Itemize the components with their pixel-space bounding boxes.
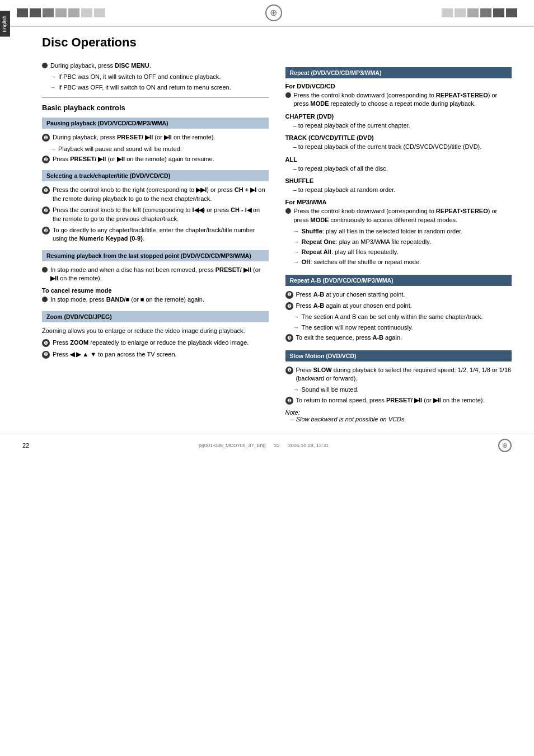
slow-1-arrow: → Sound will be muted. bbox=[293, 386, 512, 394]
shuffle-dash: – to repeat playback at random order. bbox=[293, 186, 512, 194]
bullet-circle-dvd bbox=[285, 92, 291, 98]
deco-block-5 bbox=[68, 8, 79, 17]
cancel-bullet-text: In stop mode, press BAND/■ (or ■ on the … bbox=[50, 295, 204, 304]
repeat-ab-3: ❸ To exit the sequence, press A-B again. bbox=[285, 334, 512, 342]
mp3-arrow4-text: Off: switches off the shuffle or repeat … bbox=[302, 258, 421, 266]
selecting-1: ❶ Press the control knob to the right (c… bbox=[42, 186, 269, 203]
arrow-sym-ab1: → bbox=[293, 313, 299, 321]
bullet-num-sl1: ❶ bbox=[285, 367, 293, 374]
zoom-1-text: Press ZOOM repeatedly to enlarge or redu… bbox=[53, 339, 249, 347]
bullet-num-z2: ❷ bbox=[42, 351, 50, 359]
arrow-sym-sl1: → bbox=[293, 386, 299, 394]
intro-arrow2: → If PBC was OFF, it will switch to ON a… bbox=[50, 83, 269, 92]
page-number: 22 bbox=[22, 442, 29, 449]
intro-arrow1: → If PBC was ON, it will switch to OFF a… bbox=[50, 73, 269, 81]
repeat-ab-2-arrow1-text: The section A and B can be set only with… bbox=[302, 313, 483, 321]
dvd-vcd-cd-subheader: For DVD/VCD/CD bbox=[285, 83, 512, 90]
bullet-num-1: ❶ bbox=[42, 134, 50, 142]
zoom-2-text: Press ◀ ▶ ▲ ▼ to pan across the TV scree… bbox=[53, 350, 177, 359]
deco-block-r2 bbox=[455, 8, 466, 17]
mp3-arrow2-text: Repeat One: play an MP3/WMA file repeate… bbox=[302, 238, 432, 246]
intro-arrow2-text: If PBC was OFF, it will switch to ON and… bbox=[58, 83, 231, 92]
slow-2-text: To return to normal speed, press PRESET/… bbox=[296, 396, 485, 405]
footer-date: 2005.10.28, 13:31 bbox=[288, 443, 329, 448]
arrow-sym-1: → bbox=[50, 73, 56, 81]
deco-block-r4 bbox=[480, 8, 491, 17]
slow-1: ❶ Press SLOW during playback to select t… bbox=[285, 366, 512, 383]
page-title: Disc Operations bbox=[42, 35, 512, 50]
language-tab: English bbox=[0, 11, 10, 37]
pausing-2: ❷ Press PRESET/ ▶II (or ▶II on the remot… bbox=[42, 155, 269, 163]
footer-note: pg001-038_MCD700_37_Eng 22 2005.10.28, 1… bbox=[199, 443, 329, 448]
zoom-intro: Zooming allows you to enlarge or reduce … bbox=[42, 327, 269, 335]
repeat-ab-1: ❶ Press A-B at your chosen starting poin… bbox=[285, 290, 512, 299]
resuming-header: Resuming playback from the last stopped … bbox=[42, 250, 269, 261]
mp3-arrow1-text: Shuffle: play all files in the selected … bbox=[302, 227, 463, 236]
track-subheader: TRACK (CD/VCD)/TITLE (DVD) bbox=[285, 134, 512, 141]
selecting-header: Selecting a track/chapter/title (DVD/VCD… bbox=[42, 170, 269, 181]
bullet-num-ab1: ❶ bbox=[285, 291, 293, 299]
bullet-circle-mp3 bbox=[285, 208, 291, 214]
bullet-num-s2: ❷ bbox=[42, 206, 50, 214]
cancel-bullet: In stop mode, press BAND/■ (or ■ on the … bbox=[42, 295, 269, 304]
arrow-sym-m1: → bbox=[293, 227, 299, 236]
pausing-2-text: Press PRESET/ ▶II (or ▶II on the remote)… bbox=[53, 155, 214, 163]
left-column: During playback, press DISC MENU. → If P… bbox=[42, 62, 269, 422]
bullet-circle-can bbox=[42, 297, 48, 302]
deco-blocks-left bbox=[17, 8, 105, 17]
arrow-sym-m4: → bbox=[293, 258, 299, 266]
dvd-vcd-cd-bullet: Press the control knob downward (corresp… bbox=[285, 91, 512, 109]
slow-header: Slow Motion (DVD/VCD) bbox=[285, 350, 512, 361]
deco-block-2 bbox=[30, 8, 41, 17]
arrow-sym-ab2: → bbox=[293, 323, 299, 332]
deco-block-1 bbox=[17, 8, 28, 17]
pausing-header: Pausing playback (DVD/VCD/CD/MP3/WMA) bbox=[42, 118, 269, 129]
footer-file: pg001-038_MCD700_37_Eng bbox=[199, 443, 266, 448]
mp3-wma-subheader: For MP3/WMA bbox=[285, 199, 512, 205]
repeat-ab-header: Repeat A-B (DVD/VCD/CD/MP3/WMA) bbox=[285, 275, 512, 286]
shuffle-subheader: SHUFFLE bbox=[285, 177, 512, 184]
mp3-arrow1: → Shuffle: play all files in the selecte… bbox=[293, 227, 512, 236]
bullet-num-sl2: ❷ bbox=[285, 397, 293, 405]
slow-1-arrow-text: Sound will be muted. bbox=[302, 386, 359, 394]
main-two-col: During playback, press DISC MENU. → If P… bbox=[11, 62, 534, 422]
bullet-num-s1: ❶ bbox=[42, 186, 50, 194]
deco-plus-icon: ⊕ bbox=[270, 8, 277, 17]
mp3-arrow4: → Off: switches off the shuffle or repea… bbox=[293, 258, 512, 266]
note-label: Note: bbox=[285, 409, 512, 416]
bullet-circle-res bbox=[42, 267, 48, 273]
mp3-arrow2: → Repeat One: play an MP3/WMA file repea… bbox=[293, 238, 512, 246]
pausing-1: ❶ During playback, press PRESET/ ▶II (or… bbox=[42, 133, 269, 142]
footer-circle-icon: ⊕ bbox=[498, 439, 512, 452]
pausing-1-arrow-text: Playback will pause and sound will be mu… bbox=[58, 145, 182, 153]
selecting-3-text: To go directly to any chapter/track/titl… bbox=[53, 226, 269, 243]
note-dash: – Slow backward is not possible on VCDs. bbox=[291, 416, 512, 422]
mp3-arrow3: → Repeat All: play all files repeatedly. bbox=[293, 248, 512, 256]
arrow-sym-2: → bbox=[50, 83, 56, 92]
intro-bullet-text: During playback, press DISC MENU. bbox=[50, 62, 151, 70]
deco-block-r6 bbox=[506, 8, 517, 17]
repeat-ab-2: ❷ Press A-B again at your chosen end poi… bbox=[285, 302, 512, 310]
zoom-header: Zoom (DVD/VCD/JPEG) bbox=[42, 311, 269, 322]
page-footer: 22 pg001-038_MCD700_37_Eng 22 2005.10.28… bbox=[0, 434, 534, 457]
slow-2: ❷ To return to normal speed, press PRESE… bbox=[285, 396, 512, 405]
deco-block-6 bbox=[81, 8, 92, 17]
deco-block-7 bbox=[94, 8, 105, 17]
repeat-ab-1-text: Press A-B at your chosen starting point. bbox=[296, 290, 405, 299]
note-section: Note: – Slow backward is not possible on… bbox=[285, 409, 512, 422]
repeat-ab-2-arrow1: → The section A and B can be set only wi… bbox=[293, 313, 512, 321]
deco-circle-center: ⊕ bbox=[265, 4, 282, 21]
selecting-2-text: Press the control knob to the left (corr… bbox=[53, 206, 269, 223]
repeat-ab-2-arrow2: → The section will now repeat continuous… bbox=[293, 323, 512, 332]
zoom-1: ❶ Press ZOOM repeatedly to enlarge or re… bbox=[42, 339, 269, 347]
page-wrapper: ⊕ English Disc Operations During playbac… bbox=[0, 0, 534, 756]
intro-bullet-item: During playback, press DISC MENU. bbox=[42, 62, 269, 70]
dvd-vcd-cd-bullet-text: Press the control knob downward (corresp… bbox=[294, 91, 512, 109]
track-dash: – to repeat playback of the current trac… bbox=[293, 143, 512, 151]
bullet-num-z1: ❶ bbox=[42, 339, 50, 347]
footer-page-num: 22 bbox=[274, 443, 280, 448]
arrow-sym-m3: → bbox=[293, 248, 299, 256]
bullet-num-s3: ❸ bbox=[42, 227, 50, 234]
resuming-bullet-text: In stop mode and when a disc has not bee… bbox=[50, 266, 269, 283]
arrow-sym-m2: → bbox=[293, 238, 299, 246]
